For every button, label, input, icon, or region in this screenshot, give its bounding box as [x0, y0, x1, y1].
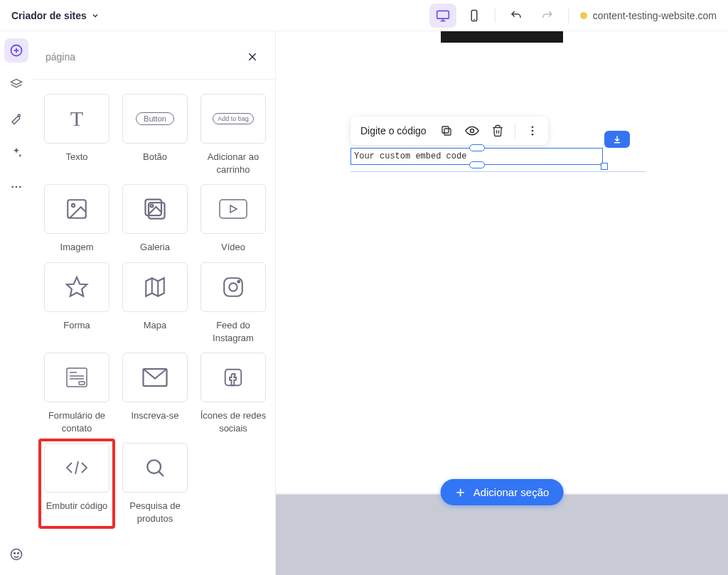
site-url-text: content-testing-website.com	[593, 10, 717, 21]
toolbar-label[interactable]: Digite o código	[358, 125, 429, 136]
svg-point-22	[151, 205, 154, 208]
more-options-button[interactable]	[524, 122, 541, 139]
canvas[interactable]: Digite o código Your custom embed code	[276, 31, 728, 575]
svg-point-40	[147, 461, 161, 474]
help-button[interactable]	[4, 542, 28, 566]
form-icon	[44, 353, 109, 402]
styles-button[interactable]	[4, 107, 28, 131]
download-badge[interactable]	[604, 131, 630, 148]
element-label: Imagem	[60, 241, 94, 254]
svg-point-11	[16, 186, 18, 188]
add-section-button[interactable]: Adicionar seção	[441, 479, 564, 505]
envelope-icon	[122, 353, 188, 402]
embed-code-block[interactable]: Your custom embed code	[350, 148, 603, 165]
layers-button[interactable]	[4, 72, 28, 97]
svg-point-12	[19, 186, 21, 188]
svg-marker-24	[230, 205, 237, 213]
svg-point-31	[237, 281, 240, 283]
add-elements-panel: página T Texto Button Botão Add to bag A…	[33, 31, 276, 575]
status-dot-icon	[580, 12, 587, 19]
facebook-icon	[200, 353, 266, 402]
element-label: Adicionar ao carrinho	[199, 151, 267, 176]
embed-placeholder-text: Your custom embed code	[354, 151, 466, 161]
element-image[interactable]: Imagem	[43, 184, 111, 254]
topbar: Criador de sites content-testing-website…	[0, 0, 728, 31]
svg-rect-36	[79, 382, 85, 385]
svg-rect-38	[225, 370, 242, 386]
element-label: Texto	[65, 151, 87, 163]
bag-icon: Add to bag	[200, 94, 266, 144]
svg-rect-23	[220, 200, 247, 218]
svg-point-46	[531, 130, 533, 132]
chevron-down-icon	[91, 11, 100, 20]
element-gallery[interactable]: Galeria	[121, 184, 189, 254]
site-builder-dropdown[interactable]: Criador de sites	[11, 10, 100, 21]
empty-section[interactable]	[276, 493, 728, 575]
close-icon	[247, 51, 258, 63]
element-toolbar: Digite o código	[350, 117, 548, 145]
element-label: Formulário de contato	[43, 409, 111, 434]
element-social-icons[interactable]: Ícones de redes sociais	[199, 353, 267, 434]
elements-grid: T Texto Button Botão Add to bag Adiciona…	[33, 80, 275, 539]
duplicate-button[interactable]	[438, 122, 455, 139]
panel-header: página	[33, 31, 275, 80]
svg-marker-25	[67, 277, 87, 296]
resize-handle-corner[interactable]	[601, 163, 608, 170]
visibility-button[interactable]	[464, 122, 481, 139]
element-label: Feed do Instagram	[199, 319, 267, 344]
svg-rect-43	[442, 127, 449, 133]
image-icon	[44, 184, 109, 234]
gallery-icon	[122, 184, 188, 234]
svg-line-41	[159, 472, 164, 477]
shape-icon	[44, 262, 109, 312]
delete-button[interactable]	[489, 122, 506, 139]
element-contact-form[interactable]: Formulário de contato	[43, 353, 111, 434]
text-icon: T	[44, 94, 109, 144]
redo-button[interactable]	[534, 4, 561, 28]
svg-point-45	[531, 126, 533, 128]
element-text[interactable]: T Texto	[43, 94, 111, 176]
element-label: Vídeo	[221, 241, 245, 254]
resize-handle-bottom[interactable]	[469, 161, 485, 168]
close-button[interactable]	[242, 47, 262, 67]
svg-marker-8	[11, 80, 22, 85]
instagram-icon	[200, 262, 266, 312]
element-button[interactable]: Button Botão	[121, 94, 189, 176]
svg-point-14	[14, 553, 16, 554]
element-map[interactable]: Mapa	[121, 262, 189, 344]
resize-handle-top[interactable]	[469, 144, 485, 151]
video-icon	[200, 184, 266, 234]
separator	[515, 123, 515, 139]
element-label: Pesquisa de produtos	[121, 500, 189, 525]
add-element-button[interactable]	[4, 38, 28, 63]
undo-button[interactable]	[503, 4, 530, 28]
element-shape[interactable]: Forma	[43, 262, 111, 344]
element-product-search[interactable]: Pesquisa de produtos	[121, 443, 189, 525]
element-label: Mapa	[144, 319, 167, 332]
svg-rect-32	[67, 368, 87, 387]
svg-marker-26	[146, 278, 164, 296]
desktop-view-button[interactable]	[429, 4, 456, 28]
element-video[interactable]: Vídeo	[199, 184, 267, 254]
mobile-view-button[interactable]	[461, 4, 488, 28]
embed-code-frame[interactable]: Your custom embed code	[350, 148, 603, 165]
element-label: Galeria	[140, 241, 170, 254]
element-label: Forma	[63, 319, 90, 332]
more-button[interactable]	[4, 175, 28, 199]
element-subscribe[interactable]: Inscreva-se	[121, 353, 189, 434]
site-url[interactable]: content-testing-website.com	[580, 10, 717, 21]
svg-rect-42	[444, 129, 451, 135]
element-embed-code[interactable]: Embutir código	[43, 443, 111, 525]
ai-button[interactable]	[4, 141, 28, 165]
element-add-to-cart[interactable]: Add to bag Adicionar ao carrinho	[199, 94, 267, 176]
site-builder-label: Criador de sites	[11, 10, 87, 21]
svg-point-30	[229, 283, 237, 291]
button-icon: Button	[122, 94, 188, 144]
element-instagram-feed[interactable]: Feed do Instagram	[199, 262, 267, 344]
svg-point-44	[470, 129, 473, 133]
element-label: Ícones de redes sociais	[199, 409, 267, 434]
svg-line-39	[75, 461, 78, 474]
svg-point-10	[11, 186, 14, 188]
add-section-label: Adicionar seção	[473, 486, 550, 498]
svg-point-47	[531, 134, 533, 136]
